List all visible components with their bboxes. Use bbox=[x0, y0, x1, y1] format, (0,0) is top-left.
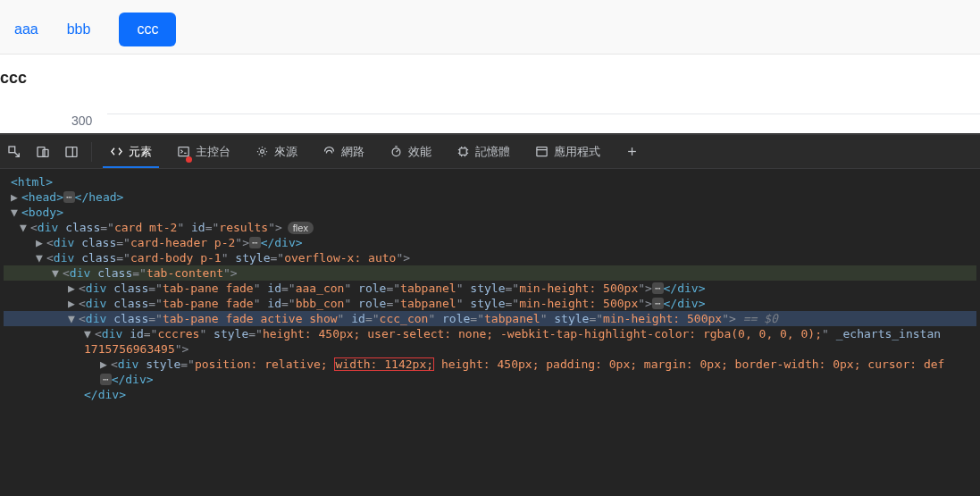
dom-node[interactable]: ▶<div class="card-header p-2">⋯</div> bbox=[4, 235, 976, 250]
dom-node[interactable]: ▼<body> bbox=[4, 205, 976, 220]
tab-ccc[interactable]: ccc bbox=[119, 13, 176, 46]
dom-node[interactable]: ▼<div id="cccres" style="height: 450px; … bbox=[4, 326, 976, 341]
tab-aaa[interactable]: aaa bbox=[14, 21, 38, 38]
highlighted-width: width: 1142px; bbox=[334, 357, 434, 371]
tab-memory-label: 記憶體 bbox=[475, 144, 510, 160]
tab-elements[interactable]: 元素 bbox=[97, 135, 164, 168]
svg-rect-5 bbox=[179, 147, 188, 156]
dom-node[interactable]: ▼<div class="card mt-2" id="results">fle… bbox=[4, 220, 976, 235]
tab-memory[interactable]: 記憶體 bbox=[444, 135, 523, 168]
dom-node-close[interactable]: </div> bbox=[4, 387, 976, 402]
dom-node[interactable]: ▶<div style="position: relative; width: … bbox=[4, 357, 976, 372]
tab-application[interactable]: 應用程式 bbox=[523, 135, 613, 168]
tab-console[interactable]: 主控台 bbox=[164, 135, 243, 168]
dom-node[interactable]: ▶<div class="tab-pane fade" id="aaa_con"… bbox=[4, 281, 976, 296]
app-page: aaa bbb ccc bbox=[0, 0, 980, 55]
inspect-element-icon[interactable] bbox=[0, 135, 29, 169]
flex-badge[interactable]: flex bbox=[288, 222, 314, 234]
svg-rect-0 bbox=[9, 147, 15, 153]
svg-rect-2 bbox=[43, 149, 48, 156]
dom-node[interactable]: ▶<div class="tab-pane fade" id="bbb_con"… bbox=[4, 296, 976, 311]
dom-node[interactable]: ▶<head>⋯</head> bbox=[4, 189, 976, 205]
tab-performance-label: 效能 bbox=[408, 144, 431, 160]
dom-node[interactable]: ▼<div class="tab-content"> bbox=[4, 265, 976, 281]
dom-node[interactable]: <html> bbox=[4, 174, 976, 189]
tab-sources-label: 來源 bbox=[274, 144, 297, 160]
axis-tick-label: 300 bbox=[71, 113, 92, 128]
tab-performance[interactable]: 效能 bbox=[377, 135, 444, 168]
tab-bbb[interactable]: bbb bbox=[67, 21, 91, 38]
dom-node[interactable]: ▼<div class="card-body p-1" style="overf… bbox=[4, 250, 976, 265]
tab-network-label: 網路 bbox=[341, 144, 364, 160]
dom-node-continuation: 1715756963495"> bbox=[4, 341, 976, 357]
selected-marker: == $0 bbox=[743, 312, 778, 325]
tab-sources[interactable]: 來源 bbox=[243, 135, 310, 168]
panel-heading: ccc bbox=[0, 55, 980, 93]
devtools-tabs: 元素 主控台 來源 網路 效能 記憶體 bbox=[97, 135, 651, 168]
toolbar-separator bbox=[91, 142, 92, 162]
dom-node-continuation: ⋯</div> bbox=[4, 372, 976, 387]
tab-elements-label: 元素 bbox=[129, 144, 152, 160]
dom-node-selected[interactable]: ▼<div class="tab-pane fade active show" … bbox=[4, 311, 976, 326]
device-toggle-icon[interactable] bbox=[29, 135, 57, 169]
dock-side-icon[interactable] bbox=[57, 135, 86, 169]
dom-tree[interactable]: <html> ▶<head>⋯</head> ▼<body> ▼<div cla… bbox=[0, 169, 980, 496]
svg-rect-1 bbox=[38, 147, 45, 156]
svg-rect-3 bbox=[66, 147, 77, 156]
chart-axis-tick: 300 bbox=[0, 93, 980, 133]
devtools-panel: 元素 主控台 來源 網路 效能 記憶體 bbox=[0, 133, 980, 496]
error-indicator-icon bbox=[186, 156, 192, 163]
tab-application-label: 應用程式 bbox=[554, 144, 600, 160]
tab-network[interactable]: 網路 bbox=[310, 135, 377, 168]
tab-console-label: 主控台 bbox=[196, 144, 230, 160]
svg-rect-8 bbox=[460, 148, 467, 156]
svg-point-6 bbox=[261, 150, 264, 154]
devtools-toolbar: 元素 主控台 來源 網路 效能 記憶體 bbox=[0, 135, 980, 169]
more-tabs-button[interactable] bbox=[613, 135, 651, 168]
tab-bar: aaa bbb ccc bbox=[14, 13, 966, 46]
svg-rect-9 bbox=[537, 147, 547, 156]
